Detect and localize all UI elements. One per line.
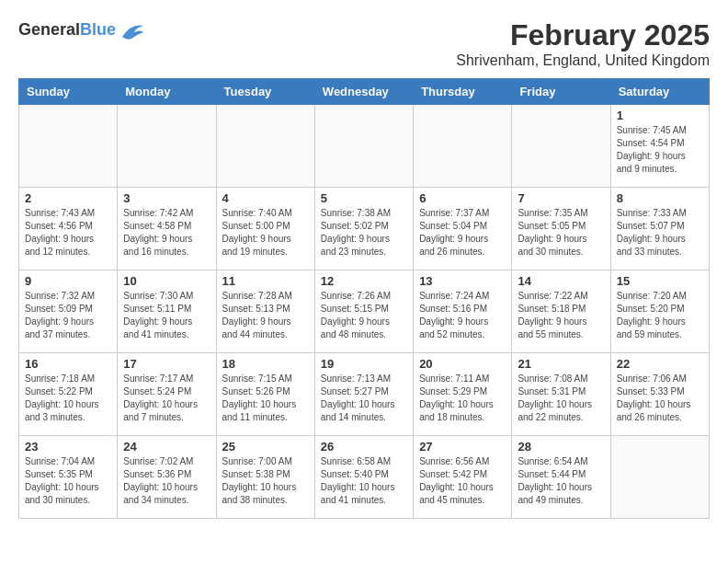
weekday-header-friday: Friday (512, 79, 610, 105)
day-number: 3 (123, 191, 210, 205)
calendar-cell: 13Sunrise: 7:24 AM Sunset: 5:16 PM Dayli… (414, 270, 512, 353)
calendar-cell (610, 436, 709, 519)
day-info: Sunrise: 7:00 AM Sunset: 5:38 PM Dayligh… (222, 455, 309, 507)
day-number: 22 (617, 357, 703, 371)
day-info: Sunrise: 6:54 AM Sunset: 5:44 PM Dayligh… (518, 455, 604, 507)
day-info: Sunrise: 7:43 AM Sunset: 4:56 PM Dayligh… (25, 207, 111, 259)
day-number: 10 (123, 274, 210, 288)
calendar-cell: 1Sunrise: 7:45 AM Sunset: 4:54 PM Daylig… (610, 105, 709, 188)
day-number: 7 (518, 191, 604, 205)
calendar-cell: 15Sunrise: 7:20 AM Sunset: 5:20 PM Dayli… (610, 270, 709, 353)
logo-bird-icon (118, 18, 145, 41)
day-info: Sunrise: 7:42 AM Sunset: 4:58 PM Dayligh… (123, 207, 210, 259)
day-info: Sunrise: 7:13 AM Sunset: 5:27 PM Dayligh… (321, 373, 407, 424)
day-number: 27 (419, 440, 506, 454)
calendar-cell: 24Sunrise: 7:02 AM Sunset: 5:36 PM Dayli… (118, 436, 216, 519)
day-info: Sunrise: 7:30 AM Sunset: 5:11 PM Dayligh… (123, 290, 210, 341)
day-info: Sunrise: 7:18 AM Sunset: 5:22 PM Dayligh… (25, 373, 111, 424)
day-info: Sunrise: 7:32 AM Sunset: 5:09 PM Dayligh… (25, 290, 111, 341)
day-number: 6 (419, 191, 506, 205)
day-number: 19 (321, 357, 407, 371)
day-info: Sunrise: 7:08 AM Sunset: 5:31 PM Dayligh… (518, 373, 604, 424)
calendar-cell: 2Sunrise: 7:43 AM Sunset: 4:56 PM Daylig… (19, 188, 118, 270)
day-number: 11 (222, 274, 309, 288)
day-info: Sunrise: 7:35 AM Sunset: 5:05 PM Dayligh… (518, 207, 604, 259)
day-info: Sunrise: 7:24 AM Sunset: 5:16 PM Dayligh… (419, 290, 506, 341)
calendar-cell: 25Sunrise: 7:00 AM Sunset: 5:38 PM Dayli… (216, 436, 314, 519)
calendar-cell: 10Sunrise: 7:30 AM Sunset: 5:11 PM Dayli… (118, 270, 216, 353)
day-info: Sunrise: 7:28 AM Sunset: 5:13 PM Dayligh… (222, 290, 309, 341)
week-row-2: 9Sunrise: 7:32 AM Sunset: 5:09 PM Daylig… (19, 270, 710, 353)
day-info: Sunrise: 7:40 AM Sunset: 5:00 PM Dayligh… (222, 207, 309, 259)
calendar-cell: 22Sunrise: 7:06 AM Sunset: 5:33 PM Dayli… (610, 353, 709, 436)
calendar-cell: 9Sunrise: 7:32 AM Sunset: 5:09 PM Daylig… (19, 270, 118, 353)
day-number: 5 (321, 191, 407, 205)
calendar: SundayMondayTuesdayWednesdayThursdayFrid… (18, 78, 710, 519)
weekday-header-tuesday: Tuesday (216, 79, 314, 105)
day-number: 2 (25, 191, 111, 205)
title-area: February 2025 Shrivenham, England, Unite… (456, 18, 710, 69)
day-info: Sunrise: 7:17 AM Sunset: 5:24 PM Dayligh… (123, 373, 210, 424)
day-info: Sunrise: 7:33 AM Sunset: 5:07 PM Dayligh… (617, 207, 703, 259)
day-number: 24 (123, 440, 210, 454)
day-info: Sunrise: 7:15 AM Sunset: 5:26 PM Dayligh… (222, 373, 309, 424)
calendar-cell (512, 105, 610, 188)
day-info: Sunrise: 7:06 AM Sunset: 5:33 PM Dayligh… (617, 373, 703, 424)
day-info: Sunrise: 7:38 AM Sunset: 5:02 PM Dayligh… (321, 207, 407, 259)
day-number: 16 (25, 357, 111, 371)
weekday-header-wednesday: Wednesday (314, 79, 413, 105)
calendar-cell: 6Sunrise: 7:37 AM Sunset: 5:04 PM Daylig… (414, 188, 512, 270)
weekday-header-sunday: Sunday (19, 79, 118, 105)
week-row-4: 23Sunrise: 7:04 AM Sunset: 5:35 PM Dayli… (19, 436, 710, 519)
day-number: 20 (419, 357, 506, 371)
week-row-3: 16Sunrise: 7:18 AM Sunset: 5:22 PM Dayli… (19, 353, 710, 436)
weekday-header-saturday: Saturday (610, 79, 709, 105)
calendar-cell: 12Sunrise: 7:26 AM Sunset: 5:15 PM Dayli… (314, 270, 413, 353)
day-number: 18 (222, 357, 309, 371)
calendar-cell: 8Sunrise: 7:33 AM Sunset: 5:07 PM Daylig… (610, 188, 709, 270)
calendar-cell: 5Sunrise: 7:38 AM Sunset: 5:02 PM Daylig… (314, 188, 413, 270)
day-number: 17 (123, 357, 210, 371)
calendar-cell (118, 105, 216, 188)
calendar-cell: 27Sunrise: 6:56 AM Sunset: 5:42 PM Dayli… (414, 436, 512, 519)
day-number: 23 (25, 440, 111, 454)
day-number: 4 (222, 191, 309, 205)
calendar-cell: 17Sunrise: 7:17 AM Sunset: 5:24 PM Dayli… (118, 353, 216, 436)
calendar-cell (19, 105, 118, 188)
day-info: Sunrise: 7:11 AM Sunset: 5:29 PM Dayligh… (419, 373, 506, 424)
calendar-cell: 20Sunrise: 7:11 AM Sunset: 5:29 PM Dayli… (414, 353, 512, 436)
day-info: Sunrise: 7:04 AM Sunset: 5:35 PM Dayligh… (25, 455, 111, 507)
location-title: Shrivenham, England, United Kingdom (456, 52, 710, 69)
logo-blue: Blue (80, 20, 116, 39)
day-number: 14 (518, 274, 604, 288)
day-number: 13 (419, 274, 506, 288)
weekday-header-row: SundayMondayTuesdayWednesdayThursdayFrid… (19, 79, 710, 105)
month-title: February 2025 (456, 18, 710, 52)
day-number: 12 (321, 274, 407, 288)
calendar-cell: 16Sunrise: 7:18 AM Sunset: 5:22 PM Dayli… (19, 353, 118, 436)
day-number: 28 (518, 440, 604, 454)
day-number: 9 (25, 274, 111, 288)
calendar-cell (414, 105, 512, 188)
header: GeneralBlue February 2025 Shrivenham, En… (18, 18, 710, 69)
calendar-cell: 11Sunrise: 7:28 AM Sunset: 5:13 PM Dayli… (216, 270, 314, 353)
calendar-cell: 19Sunrise: 7:13 AM Sunset: 5:27 PM Dayli… (314, 353, 413, 436)
day-info: Sunrise: 7:02 AM Sunset: 5:36 PM Dayligh… (123, 455, 210, 507)
calendar-cell: 14Sunrise: 7:22 AM Sunset: 5:18 PM Dayli… (512, 270, 610, 353)
logo-general: General (18, 20, 80, 39)
calendar-cell: 4Sunrise: 7:40 AM Sunset: 5:00 PM Daylig… (216, 188, 314, 270)
calendar-cell: 23Sunrise: 7:04 AM Sunset: 5:35 PM Dayli… (19, 436, 118, 519)
logo: GeneralBlue (18, 18, 145, 41)
calendar-cell: 18Sunrise: 7:15 AM Sunset: 5:26 PM Dayli… (216, 353, 314, 436)
day-number: 15 (617, 274, 703, 288)
week-row-0: 1Sunrise: 7:45 AM Sunset: 4:54 PM Daylig… (19, 105, 710, 188)
day-number: 1 (617, 109, 703, 122)
day-info: Sunrise: 7:26 AM Sunset: 5:15 PM Dayligh… (321, 290, 407, 341)
calendar-cell: 3Sunrise: 7:42 AM Sunset: 4:58 PM Daylig… (118, 188, 216, 270)
day-info: Sunrise: 7:37 AM Sunset: 5:04 PM Dayligh… (419, 207, 506, 259)
day-info: Sunrise: 6:56 AM Sunset: 5:42 PM Dayligh… (419, 455, 506, 507)
weekday-header-monday: Monday (118, 79, 216, 105)
day-number: 8 (617, 191, 703, 205)
calendar-cell: 28Sunrise: 6:54 AM Sunset: 5:44 PM Dayli… (512, 436, 610, 519)
day-number: 26 (321, 440, 407, 454)
